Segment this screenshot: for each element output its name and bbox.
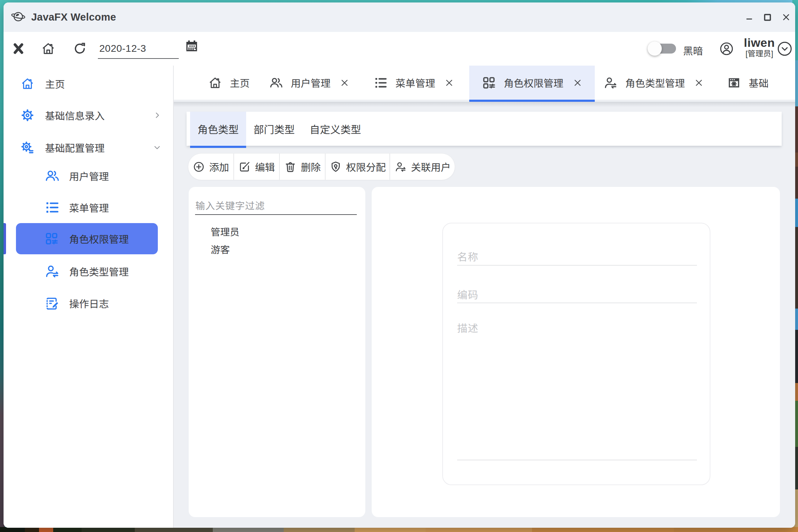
chevron-down-icon: [153, 143, 161, 152]
edit-pencil-icon: [238, 161, 251, 173]
user-menu-chevron-button[interactable]: [777, 41, 793, 57]
browser-gear-icon: [727, 76, 741, 90]
note-edit-icon: [44, 295, 60, 311]
button-label: 关联用户: [411, 160, 451, 174]
trash-icon: [284, 161, 297, 173]
subtab-label: 自定义类型: [310, 121, 361, 136]
tab-label: 角色类型管理: [625, 76, 685, 90]
sidebar-item-user-management[interactable]: 用户管理: [4, 160, 173, 192]
role-form-card: 名称 编码 描述: [442, 223, 710, 485]
home-icon: [208, 76, 222, 90]
users-icon: [269, 76, 283, 90]
subtab-label: 角色类型: [198, 121, 239, 136]
tab-label: 主页: [230, 76, 250, 90]
description-field-underline: [457, 460, 697, 460]
grid-sliders-icon: [44, 232, 59, 246]
person-swap-icon: [603, 76, 618, 90]
maximize-button[interactable]: [758, 2, 777, 32]
button-label: 权限分配: [346, 160, 386, 174]
sidebar-item-label: 基础配置管理: [45, 140, 105, 155]
toolbar: 2020-12-3 黑暗 liwen [管理员]: [4, 32, 795, 66]
description-field[interactable]: 描述: [457, 320, 478, 335]
sidebar-item-basic-config[interactable]: 基础配置管理: [4, 132, 173, 163]
exit-icon-button[interactable]: [12, 42, 25, 55]
sidebar-item-label: 基础信息录入: [45, 108, 105, 122]
person-swap-icon: [44, 264, 60, 279]
sidebar-item-label: 角色权限管理: [69, 232, 129, 246]
user-role: [管理员]: [741, 49, 778, 58]
window-title: JavaFX Welcome: [31, 11, 116, 23]
toggle-thumb: [648, 41, 662, 56]
name-field[interactable]: 名称: [457, 249, 478, 264]
sidebar-item-menu-management[interactable]: 菜单管理: [4, 192, 173, 223]
user-info[interactable]: liwen [管理员]: [741, 36, 778, 58]
titlebar: JavaFX Welcome: [4, 2, 795, 32]
user-name: liwen: [741, 36, 778, 49]
button-label: 删除: [301, 160, 321, 174]
plus-circle-icon: [193, 161, 205, 173]
app-window: JavaFX Welcome: [4, 2, 795, 528]
tab-bar: 主页 用户管理: [174, 66, 795, 100]
sidebar-item-home[interactable]: 主页: [4, 68, 173, 99]
tab-label: 基础: [749, 76, 769, 90]
subtab-bar: 角色类型 部门类型 自定义类型: [187, 112, 782, 146]
refresh-icon-button[interactable]: [73, 42, 87, 55]
sidebar-item-operation-log[interactable]: 操作日志: [4, 288, 173, 319]
app-logo-icon: [11, 10, 25, 24]
sidebar-item-label: 主页: [45, 77, 65, 91]
tab-close-icon[interactable]: [340, 78, 349, 88]
add-button[interactable]: 添加: [188, 154, 234, 180]
filter-input-underline: [195, 214, 357, 215]
tab-role-type[interactable]: 角色类型管理: [603, 66, 704, 100]
tab-user-management[interactable]: 用户管理: [269, 66, 349, 100]
tree-item-admin[interactable]: 管理员: [211, 225, 239, 238]
delete-button[interactable]: 删除: [280, 154, 326, 180]
filter-panel: 输入关键字过滤 管理员 游客: [189, 187, 365, 517]
edit-button[interactable]: 编辑: [234, 154, 280, 180]
close-button[interactable]: [777, 2, 795, 32]
selected-item-indicator: [4, 223, 6, 254]
tab-home[interactable]: 主页: [208, 66, 250, 100]
permission-assign-button[interactable]: 权限分配: [326, 154, 390, 180]
sidebar-item-role-type[interactable]: 角色类型管理: [4, 256, 173, 287]
tree-item-guest[interactable]: 游客: [211, 242, 230, 256]
calendar-icon-button[interactable]: [184, 39, 199, 53]
sidebar-item-label: 角色类型管理: [69, 264, 129, 278]
detail-panel: 名称 编码 描述: [372, 187, 780, 517]
home-icon-button[interactable]: [41, 41, 56, 56]
tab-menu-management[interactable]: 菜单管理: [373, 66, 454, 100]
tab-label: 角色权限管理: [504, 76, 563, 90]
avatar-icon[interactable]: [719, 41, 734, 56]
sidebar-item-label: 操作日志: [69, 296, 109, 310]
content-area: 角色类型 部门类型 自定义类型 添加: [174, 102, 795, 528]
minimize-button[interactable]: [740, 2, 758, 32]
date-input[interactable]: 2020-12-3: [99, 43, 146, 54]
subtab-label: 部门类型: [254, 121, 295, 136]
wallpaper-bottom: [0, 527, 798, 532]
subtab-role-type[interactable]: 角色类型: [190, 112, 246, 146]
tab-close-icon[interactable]: [573, 78, 582, 88]
users-icon: [44, 168, 60, 184]
window-controls: [740, 2, 795, 32]
button-label: 编辑: [255, 160, 275, 174]
tab-close-icon[interactable]: [444, 78, 454, 88]
tab-basic[interactable]: 基础: [727, 66, 769, 100]
tab-role-permission[interactable]: 角色权限管理: [469, 66, 595, 100]
tab-close-icon[interactable]: [694, 78, 704, 88]
sidebar-item-label: 用户管理: [69, 169, 109, 183]
subtab-custom-type[interactable]: 自定义类型: [302, 112, 368, 146]
grid-sliders-icon: [482, 76, 496, 90]
menu-list-icon: [373, 76, 388, 90]
code-field[interactable]: 编码: [457, 287, 478, 301]
subtab-department-type[interactable]: 部门类型: [246, 112, 302, 146]
action-toolbar: 添加 编辑: [188, 153, 455, 180]
sidebar-item-role-permission[interactable]: 角色权限管理: [16, 223, 158, 254]
link-users-button[interactable]: 关联用户: [390, 154, 455, 180]
filter-input[interactable]: 输入关键字过滤: [195, 198, 265, 212]
menu-list-icon: [44, 200, 60, 215]
sidebar: 主页 基础信息录入: [4, 66, 174, 528]
dark-mode-toggle[interactable]: [648, 44, 676, 54]
tab-label: 用户管理: [291, 76, 331, 90]
sidebar-item-basic-info[interactable]: 基础信息录入: [4, 100, 173, 131]
gear-icon: [20, 108, 35, 123]
